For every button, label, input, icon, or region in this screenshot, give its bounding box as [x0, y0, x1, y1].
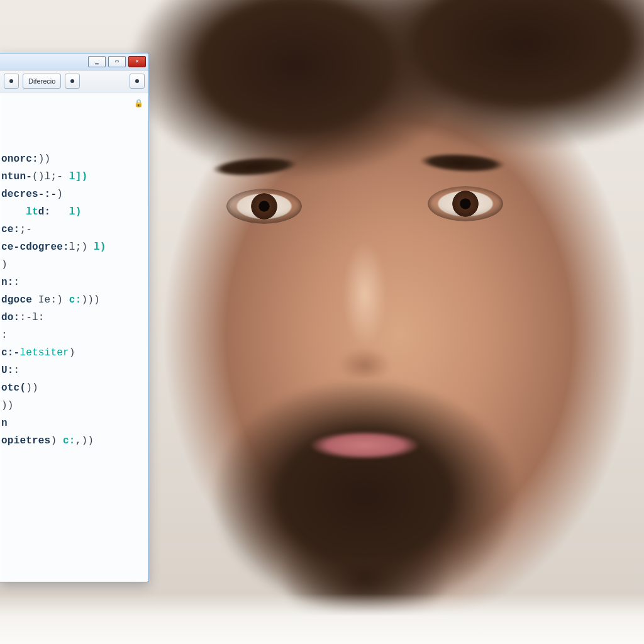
code-token: ) [1, 259, 8, 270]
code-line[interactable]: do::-l: [0, 309, 145, 326]
code-token: decres-:- [1, 189, 57, 200]
code-token: :-l: [19, 312, 44, 323]
portrait-nose [327, 226, 402, 377]
code-token: ce-cdogree: [1, 242, 69, 253]
code-token: ) [57, 189, 63, 200]
code-token: onorc: [1, 153, 38, 165]
code-token: ,)) [75, 435, 94, 447]
dot-icon [70, 79, 74, 83]
portrait-shirt [0, 594, 644, 644]
code-line[interactable]: ce:;- [0, 221, 145, 238]
code-token: ce: [1, 224, 19, 235]
code-line[interactable]: ntun-()l;- l]) [0, 168, 145, 186]
code-editor-window: ▁ ▭ ✕ Diferecio 🔒 onorc:))ntun-()l;- l])… [0, 53, 149, 582]
code-token: letsiter [19, 347, 69, 358]
window-close-button[interactable]: ✕ [128, 56, 146, 67]
code-token: ;- [19, 224, 32, 235]
code-token: l;- [45, 171, 69, 182]
code-token: )) [38, 153, 51, 165]
code-token: l;) [69, 242, 94, 253]
code-token: ntun- [1, 171, 32, 182]
code-token: )) [1, 400, 14, 411]
code-token: : [14, 277, 20, 288]
toolbar-left-button[interactable] [4, 74, 19, 89]
code-token: ) [50, 435, 63, 447]
code-line[interactable]: n:: [0, 274, 145, 291]
code-line[interactable]: onorc:)) [0, 150, 145, 168]
code-line[interactable]: dgoce Ie:) c:))) [0, 291, 145, 309]
code-token: Ie: [32, 294, 57, 306]
code-token: ) [57, 294, 69, 306]
code-line[interactable]: )) [0, 397, 145, 414]
code-line[interactable]: : [0, 326, 145, 344]
code-line[interactable]: n [0, 414, 145, 432]
code-token: l) [94, 242, 106, 253]
toolbar-mid-button[interactable] [65, 74, 80, 89]
code-token: )) [26, 382, 38, 394]
code-token: ))) [81, 294, 99, 306]
toolbar-tab-label: Diferecio [28, 75, 55, 87]
code-token: do: [1, 312, 19, 323]
portrait-lips [296, 428, 434, 463]
code-token: opietres [1, 435, 50, 447]
window-maximize-button[interactable]: ▭ [108, 56, 126, 67]
toolbar-right-button[interactable] [130, 74, 145, 89]
portrait-eye-left [226, 189, 302, 224]
code-token: U: [1, 365, 14, 376]
window-minimize-button[interactable]: ▁ [88, 56, 106, 67]
lock-icon: 🔒 [134, 95, 143, 113]
editor-toolbar: Diferecio [0, 70, 148, 92]
code-line[interactable]: otc()) [0, 379, 145, 397]
code-token: c: [63, 435, 75, 447]
code-line[interactable]: decres-:-) [0, 186, 145, 203]
toolbar-tab[interactable]: Diferecio [23, 74, 61, 89]
code-line[interactable]: ce-cdogree:l;) l) [0, 238, 145, 256]
code-token: () [32, 171, 45, 182]
code-token: otc( [1, 382, 26, 394]
code-token: : [14, 365, 20, 376]
portrait-background: ▁ ▭ ✕ Diferecio 🔒 onorc:))ntun-()l;- l])… [0, 0, 644, 644]
code-token: ) [69, 347, 75, 358]
code-line[interactable]: c:-letsiter) [0, 344, 145, 362]
code-token: c: [69, 294, 82, 306]
code-token: : [1, 330, 8, 341]
dot-icon [9, 79, 13, 83]
code-token: lt [1, 206, 38, 218]
code-token: l]) [69, 171, 87, 182]
code-line[interactable]: U:: [0, 362, 145, 379]
code-token: n [1, 418, 8, 429]
code-token: l) [69, 206, 82, 218]
code-token: c:- [1, 347, 19, 358]
dot-icon [135, 79, 139, 83]
window-titlebar[interactable]: ▁ ▭ ✕ [0, 53, 148, 70]
code-token: d: [38, 206, 69, 218]
code-token: dgoce [1, 294, 32, 306]
portrait-eye-right [428, 186, 503, 221]
code-editor-area[interactable]: 🔒 onorc:))ntun-()l;- l])decres-:-) ltd: … [0, 92, 148, 490]
code-token: n: [1, 277, 14, 288]
code-line[interactable]: ltd: l) [0, 203, 145, 221]
code-line[interactable]: opietres) c:,)) [0, 432, 145, 450]
code-line[interactable]: ) [0, 256, 145, 274]
